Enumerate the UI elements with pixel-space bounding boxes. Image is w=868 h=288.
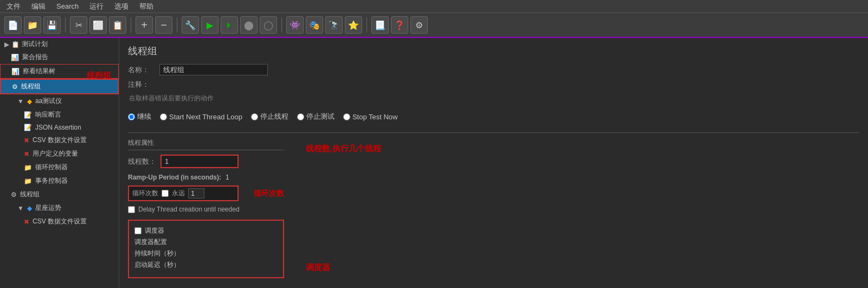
loop-annotation: 循环次数 (254, 189, 284, 199)
radio-stop-thread[interactable]: 停止线程 (251, 112, 288, 121)
sidebar-item-thread-group2[interactable]: ⚙ 线程组 (0, 188, 119, 201)
sidebar: ▶ 📋 测试计划 📊 聚合报告 📊 察看结果树 ⚙ 线程组 线程组 ▼ ◆ aa… (0, 38, 119, 288)
delay-checkbox[interactable] (128, 206, 135, 213)
thread-count-label: 线程数： (128, 157, 156, 167)
main-layout: ▶ 📋 测试计划 📊 聚合报告 📊 察看结果树 ⚙ 线程组 线程组 ▼ ◆ aa… (0, 38, 868, 288)
radio-continue-label: 继续 (137, 112, 151, 121)
scheduler-checkbox[interactable] (134, 227, 142, 234)
report-icon: 📊 (11, 54, 19, 61)
sidebar-item-aggregate[interactable]: 📊 聚合报告 (0, 50, 119, 64)
thread-count-input[interactable] (162, 156, 237, 167)
stop-button[interactable]: ⬤ (240, 16, 258, 34)
thread-props-left: 线程属性 线程数： Ramp-Up Period (in seconds): 1 (128, 138, 284, 278)
sidebar-item-aa-tester[interactable]: ▼ ◆ aa测试仪 (0, 94, 119, 108)
scheduler-box: 调度器 调度器配置 持续时间（秒） 启动延迟（秒） (128, 220, 284, 278)
testplan-icon: 📋 (11, 41, 20, 48)
collapse-icon: ▶ (4, 41, 9, 48)
question-button[interactable]: ❓ (391, 16, 408, 34)
scheduler-checkbox-label: 调度器 (145, 226, 164, 235)
scheduler-checkbox-row: 调度器 (134, 226, 278, 235)
monster-button[interactable]: 🎭 (306, 16, 323, 34)
ramp-label: Ramp-Up Period (in seconds): (128, 174, 221, 181)
menu-edit[interactable]: 编辑 (29, 1, 48, 12)
sep3 (177, 17, 177, 33)
gear2-icon: ⚙ (11, 191, 17, 199)
plus-button[interactable]: + (136, 16, 153, 34)
sidebar-item-label: 线程组 (20, 190, 40, 199)
sidebar-item-label: 聚合报告 (22, 53, 48, 62)
right-annotations: 线程数,执行几个线程 调度器 (306, 138, 381, 273)
radio-next-loop[interactable]: Start Next Thread Loop (160, 113, 242, 121)
list-button[interactable]: 📃 (371, 16, 389, 34)
ramp-value: 1 (226, 174, 229, 181)
sidebar-item-label: 测试计划 (22, 40, 48, 49)
action-label: 在取样器错误后要执行的动作 (128, 94, 859, 103)
menubar: 文件 编辑 Search 运行 选项 帮助 (0, 0, 868, 13)
ramp-row: Ramp-Up Period (in seconds): 1 (128, 174, 284, 181)
sep1 (65, 17, 66, 33)
thread-count-outline (160, 155, 239, 168)
sidebar-item-thread-group[interactable]: ⚙ 线程组 (0, 79, 119, 94)
sidebar-item-label: 用户定义的变量 (33, 149, 78, 158)
scheduler-duration-label: 持续时间（秒） (134, 249, 180, 258)
settings2-button[interactable]: ⚙ (410, 16, 428, 34)
name-label: 名称： (128, 65, 155, 75)
folder-button[interactable]: 📁 (24, 16, 41, 34)
radio-continue[interactable]: 继续 (128, 112, 151, 121)
collapse2-icon: ▼ (17, 98, 24, 105)
json-icon: 📝 (24, 124, 32, 131)
thread-group-annotation: 线程组 (87, 71, 111, 81)
loop-count-label: 循环次数 (132, 189, 158, 198)
response-icon: 📝 (24, 111, 32, 119)
loop-icon: 📁 (24, 164, 32, 171)
loop-forever-checkbox[interactable] (162, 190, 169, 197)
tool-button[interactable]: 🔧 (182, 16, 199, 34)
new-button[interactable]: 📄 (4, 16, 22, 34)
sidebar-item-loop-controller[interactable]: 📁 循环控制器 (0, 161, 119, 174)
name-input[interactable] (159, 64, 268, 75)
sidebar-item-transaction-controller[interactable]: 📁 事务控制器 (0, 174, 119, 188)
sidebar-item-label: 星座运势 (35, 203, 61, 213)
content-area: 线程组 名称： 注释： 在取样器错误后要执行的动作 继续 Start Next … (119, 38, 868, 288)
minus-button[interactable]: − (155, 16, 172, 34)
radio-stop-test[interactable]: 停止测试 (297, 112, 335, 121)
scheduler-startup-row: 启动延迟（秒） (134, 260, 278, 270)
menu-search[interactable]: Search (54, 1, 81, 11)
radio-stop-thread-label: 停止线程 (260, 112, 288, 121)
sep5 (367, 17, 367, 33)
menu-help[interactable]: 帮助 (137, 1, 156, 12)
scheduler-duration-row: 持续时间（秒） (134, 249, 278, 258)
menu-file[interactable]: 文件 (4, 1, 23, 12)
sidebar-item-json-assertion[interactable]: 📝 JSON Assertion (0, 121, 119, 133)
save-button[interactable]: 💾 (43, 16, 61, 34)
gear-icon: ⚙ (12, 83, 18, 91)
comment-row: 注释： (128, 80, 859, 89)
sidebar-item-label: 察看结果树 (23, 67, 55, 76)
sidebar-item-constellation[interactable]: ▼ ◆ 星座运势 (0, 201, 119, 215)
paste-button[interactable]: 📋 (109, 16, 126, 34)
radio-next-loop-label: Start Next Thread Loop (169, 113, 242, 121)
sidebar-item-test-plan[interactable]: ▶ 📋 测试计划 (0, 38, 119, 50)
sidebar-item-csv-config1[interactable]: ✖ CSV 数据文件设置 (0, 133, 119, 147)
delay-checkbox-label: Delay Thread creation until needed (138, 206, 240, 213)
cut-button[interactable]: ✂ (70, 16, 87, 34)
play-arrow-button[interactable]: ⏵ (221, 16, 238, 34)
alien-button[interactable]: 👾 (286, 16, 304, 34)
sidebar-item-user-vars[interactable]: ✖ 用户定义的变量 (0, 147, 119, 161)
binoculars-button[interactable]: 🔭 (325, 16, 343, 34)
loop-value-input[interactable] (188, 188, 204, 199)
copy-button[interactable]: ⬜ (89, 16, 107, 34)
loop-forever-label: 永远 (172, 189, 185, 198)
star-button[interactable]: ⭐ (345, 16, 362, 34)
circle-button[interactable]: ◯ (260, 16, 277, 34)
scheduler-startup-label: 启动延迟（秒） (134, 260, 180, 270)
loop-count-row: 循环次数 永远 循环次数 (128, 185, 284, 201)
menu-run[interactable]: 运行 (87, 1, 106, 12)
sidebar-item-csv-config2[interactable]: ✖ CSV 数据文件设置 (0, 215, 119, 228)
radio-stop-test-now[interactable]: Stop Test Now (343, 113, 398, 121)
tester-icon: ◆ (27, 98, 32, 105)
play-button[interactable]: ▶ (201, 16, 218, 34)
sidebar-item-response-assertion[interactable]: 📝 响应断言 (0, 108, 119, 121)
sidebar-item-label: CSV 数据文件设置 (33, 217, 87, 226)
menu-options[interactable]: 选项 (112, 1, 131, 12)
